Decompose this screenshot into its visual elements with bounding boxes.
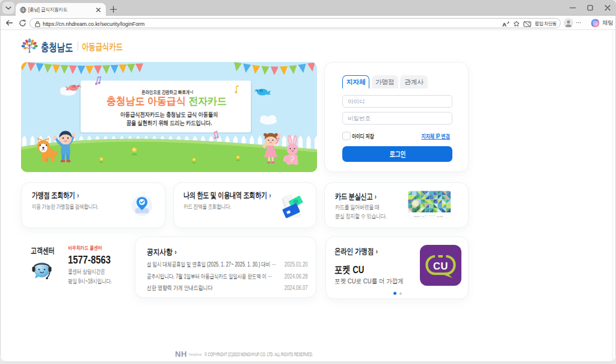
svg-text:5683 11** **** 9200: 5683 11** **** 9200 [414,215,443,218]
svg-text:CU: CU [433,261,448,271]
